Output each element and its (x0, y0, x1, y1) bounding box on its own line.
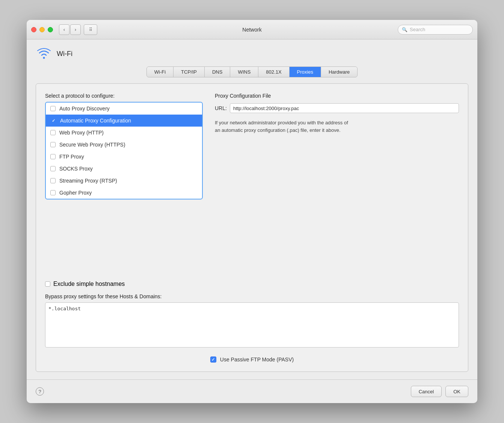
footer: ? Cancel OK (27, 379, 477, 403)
protocol-item-label: Streaming Proxy (RTSP) (59, 178, 117, 184)
search-icon: 🔍 (402, 27, 407, 32)
svg-point-0 (43, 57, 45, 59)
traffic-lights (31, 27, 53, 32)
checkbox-auto-discovery[interactable] (50, 106, 56, 111)
main-panel: Select a protocol to configure: Auto Pro… (36, 83, 468, 372)
footer-buttons: Cancel OK (411, 386, 468, 397)
right-panel: Proxy Configuration File URL: If your ne… (215, 93, 459, 275)
tab-hardware[interactable]: Hardware (321, 67, 357, 77)
tab-proxies[interactable]: Proxies (290, 67, 321, 77)
protocol-item-label-selected: Automatic Proxy Configuration (60, 118, 131, 124)
tabs-bar: Wi-Fi TCP/IP DNS WINS 802.1X Proxies Har… (36, 66, 468, 77)
wifi-header: Wi-Fi (36, 47, 468, 60)
ok-button[interactable]: OK (445, 386, 468, 397)
exclude-label: Exclude simple hostnames (53, 281, 125, 287)
bypass-textarea[interactable] (45, 302, 459, 347)
proxy-description: If your network administrator provided y… (215, 119, 350, 134)
proxy-config-title: Proxy Configuration File (215, 93, 459, 99)
protocol-item-ftp[interactable]: FTP Proxy (46, 151, 202, 163)
checkbox-gopher[interactable] (50, 190, 56, 195)
bottom-section: Exclude simple hostnames Bypass proxy se… (45, 281, 459, 349)
protocol-item-gopher[interactable]: Gopher Proxy (46, 187, 202, 199)
tab-wifi[interactable]: Wi-Fi (147, 67, 174, 77)
protocol-item-web-https[interactable]: Secure Web Proxy (HTTPS) (46, 139, 202, 151)
checkbox-socks[interactable] (50, 166, 56, 171)
zoom-button[interactable] (48, 27, 53, 32)
window-title: Network (242, 27, 261, 33)
checkbox-auto-config[interactable] (50, 118, 56, 124)
grid-button[interactable]: ⠿ (84, 24, 97, 35)
protocol-item-label: Gopher Proxy (59, 190, 92, 196)
protocol-item-socks[interactable]: SOCKS Proxy (46, 163, 202, 175)
passive-ftp-row: Use Passive FTP Mode (PASV) (45, 357, 459, 363)
network-window: ‹ › ⠿ Network 🔍 Search Wi-Fi (27, 20, 477, 403)
protocol-item-label: Secure Web Proxy (HTTPS) (59, 142, 125, 148)
grid-icon: ⠿ (89, 27, 92, 32)
back-button[interactable]: ‹ (59, 24, 69, 35)
tab-tcpip[interactable]: TCP/IP (174, 67, 205, 77)
content-area: Wi-Fi Wi-Fi TCP/IP DNS WINS 802.1X Proxi… (27, 39, 477, 379)
tab-container: Wi-Fi TCP/IP DNS WINS 802.1X Proxies Har… (146, 66, 358, 77)
forward-button[interactable]: › (70, 24, 81, 35)
url-input[interactable] (230, 103, 459, 113)
cancel-button[interactable]: Cancel (411, 386, 442, 397)
titlebar: ‹ › ⠿ Network 🔍 Search (27, 20, 477, 39)
checkbox-web-http[interactable] (50, 130, 56, 135)
protocol-item-label: SOCKS Proxy (59, 166, 93, 172)
help-button[interactable]: ? (36, 387, 44, 396)
url-label: URL: (215, 105, 227, 111)
close-button[interactable] (31, 27, 36, 32)
protocol-list: Auto Proxy Discovery Automatic Proxy Con… (45, 102, 203, 199)
protocol-section-label: Select a protocol to configure: (45, 93, 203, 99)
tab-wins[interactable]: WINS (230, 67, 258, 77)
checkbox-ftp[interactable] (50, 154, 56, 159)
tab-8021x[interactable]: 802.1X (258, 67, 289, 77)
protocol-item-label: Auto Proxy Discovery (59, 106, 110, 112)
url-row: URL: (215, 103, 459, 113)
protocol-item-label: Web Proxy (HTTP) (59, 130, 104, 136)
protocol-item-web-http[interactable]: Web Proxy (HTTP) (46, 127, 202, 139)
checkbox-web-https[interactable] (50, 142, 56, 147)
search-bar[interactable]: 🔍 Search (398, 25, 473, 35)
bypass-label: Bypass proxy settings for these Hosts & … (45, 293, 459, 299)
wifi-label: Wi-Fi (57, 50, 72, 58)
passive-ftp-checkbox[interactable] (210, 357, 216, 363)
tab-dns[interactable]: DNS (205, 67, 230, 77)
protocol-item-label: FTP Proxy (59, 154, 84, 160)
search-placeholder: Search (410, 27, 425, 32)
protocol-item-auto-discovery[interactable]: Auto Proxy Discovery (46, 103, 202, 115)
passive-ftp-label: Use Passive FTP Mode (PASV) (220, 357, 294, 363)
exclude-row: Exclude simple hostnames (45, 281, 459, 287)
left-panel: Select a protocol to configure: Auto Pro… (45, 93, 203, 275)
checkbox-rtsp[interactable] (50, 178, 56, 183)
minimize-button[interactable] (39, 27, 45, 32)
nav-buttons: ‹ › (59, 24, 81, 35)
wifi-icon (36, 47, 52, 60)
exclude-checkbox[interactable] (45, 281, 50, 287)
panel-body: Select a protocol to configure: Auto Pro… (45, 93, 459, 275)
protocol-item-rtsp[interactable]: Streaming Proxy (RTSP) (46, 175, 202, 187)
protocol-item-auto-config[interactable]: Automatic Proxy Configuration (46, 115, 202, 127)
